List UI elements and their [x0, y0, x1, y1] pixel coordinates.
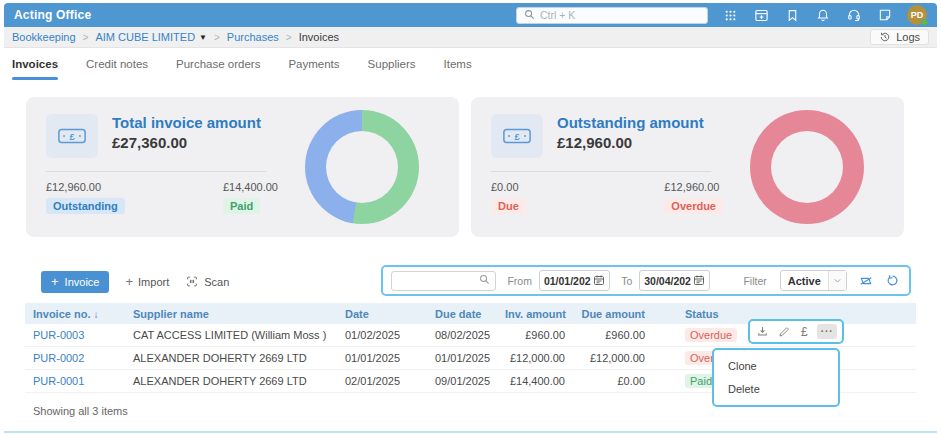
bell-icon[interactable]: [815, 7, 831, 23]
outstanding-badge: Outstanding: [46, 198, 125, 214]
avatar-initials: PD: [911, 10, 924, 20]
table-search-input[interactable]: [397, 275, 479, 287]
from-date-input[interactable]: [544, 275, 591, 287]
supplier-cell: ALEXANDER DOHERTY 2669 LTD: [125, 352, 337, 364]
context-menu-clone[interactable]: Clone: [714, 357, 838, 375]
global-search-input[interactable]: [540, 9, 700, 21]
svg-text:£: £: [69, 132, 75, 142]
table-search[interactable]: [391, 271, 496, 291]
banknote-icon: £: [46, 114, 98, 158]
edit-pencil-icon[interactable]: [776, 324, 792, 340]
stat-overdue: £12,960.00 Overdue: [664, 181, 723, 214]
add-invoice-label: Invoice: [65, 276, 100, 288]
stat-value: £12,960.00: [46, 181, 125, 193]
logs-button[interactable]: Logs: [870, 29, 929, 45]
more-actions-icon[interactable]: ···: [817, 324, 837, 339]
divider: [46, 171, 266, 172]
due-date-cell: 08/02/2025: [427, 329, 497, 341]
bookmark-icon[interactable]: [784, 7, 800, 23]
date-cell: 01/01/2025: [337, 352, 427, 364]
filter-bar: From To Filter Active: [381, 265, 911, 296]
breadcrumb-separator: >: [214, 32, 220, 43]
inv-amount-cell: £14,400.00: [497, 375, 573, 387]
card-amount: £12,960.00: [557, 134, 704, 151]
import-button[interactable]: + Import: [125, 276, 169, 288]
filter-label: Filter: [743, 275, 766, 287]
breadcrumb-separator: >: [286, 32, 292, 43]
inv-amount-cell: £12,000.00: [497, 352, 573, 364]
apps-grid-icon[interactable]: [722, 7, 738, 23]
to-date-input[interactable]: [644, 275, 691, 287]
add-invoice-button[interactable]: + Invoice: [41, 271, 109, 293]
date-cell: 01/02/2025: [337, 329, 427, 341]
header-invoice-no[interactable]: Invoice no.↓: [25, 308, 125, 320]
invoice-link[interactable]: PUR-0001: [25, 375, 125, 387]
breadcrumb: Bookkeeping > AIM CUBE LIMITED ▼ > Purch…: [4, 27, 937, 48]
tab-suppliers[interactable]: Suppliers: [368, 58, 416, 85]
header-supplier-name[interactable]: Supplier name: [125, 308, 337, 320]
outstanding-donut-chart: [750, 110, 864, 224]
card-title: Total invoice amount: [112, 114, 261, 133]
due-date-cell: 01/01/2025: [427, 352, 497, 364]
stat-paid: £14,400.00 Paid: [223, 181, 278, 214]
overdue-badge: Overdue: [664, 198, 723, 214]
download-icon[interactable]: [755, 324, 771, 340]
supplier-cell: CAT ACCESS LIMITED (William Moss ): [125, 329, 337, 341]
clear-filter-icon[interactable]: [858, 271, 874, 291]
header-date[interactable]: Date: [337, 308, 427, 320]
tab-credit-notes[interactable]: Credit notes: [86, 58, 148, 85]
chevron-down-icon[interactable]: ▼: [199, 33, 207, 42]
header-due-amount[interactable]: Due amount: [573, 308, 653, 320]
stat-value: £0.00: [491, 181, 526, 193]
notes-icon[interactable]: [877, 7, 893, 23]
tab-invoices[interactable]: Invoices: [12, 58, 58, 85]
date-cell: 02/01/2025: [337, 375, 427, 387]
filter-select[interactable]: Active: [780, 270, 847, 291]
tab-purchase-orders[interactable]: Purchase orders: [176, 58, 260, 85]
headset-icon[interactable]: [846, 7, 862, 23]
plus-icon: +: [51, 277, 59, 287]
from-date-field[interactable]: [539, 270, 610, 291]
card-title: Outstanding amount: [557, 114, 704, 133]
payment-pound-icon[interactable]: £: [796, 324, 812, 340]
stat-due: £0.00 Due: [491, 181, 526, 214]
breadcrumb-purchases[interactable]: Purchases: [227, 31, 279, 43]
search-icon: [479, 274, 490, 287]
status-badge: Overdue: [685, 328, 737, 342]
header-due-date[interactable]: Due date: [427, 308, 497, 320]
scan-button[interactable]: Scan: [185, 275, 229, 290]
summary-cards: £ Total invoice amount £27,360.00 £12,96…: [4, 85, 937, 237]
context-menu-delete[interactable]: Delete: [714, 380, 838, 398]
scan-label: Scan: [204, 276, 229, 288]
plus-icon: +: [125, 277, 133, 287]
app-title: Acting Office: [14, 8, 91, 22]
banknote-icon: £: [491, 114, 543, 158]
top-bar: Acting Office PD: [4, 3, 937, 27]
search-icon: [524, 9, 535, 22]
stat-value: £14,400.00: [223, 181, 278, 193]
tab-items[interactable]: Items: [444, 58, 472, 85]
to-date-field[interactable]: [639, 270, 710, 291]
invoice-link[interactable]: PUR-0003: [25, 329, 125, 341]
outstanding-amount-card: £ Outstanding amount £12,960.00 £0.00 Du…: [471, 97, 904, 237]
refresh-icon[interactable]: [885, 271, 901, 291]
row-context-menu: Clone Delete: [712, 348, 840, 407]
header-inv-amount[interactable]: Inv. amount: [497, 308, 573, 320]
scan-icon: [185, 275, 199, 290]
calendar-icon[interactable]: [693, 274, 705, 288]
list-toolbar: + Invoice + Import Scan From To: [4, 267, 937, 297]
global-search[interactable]: [516, 7, 708, 24]
tab-payments[interactable]: Payments: [288, 58, 339, 85]
invoice-link[interactable]: PUR-0002: [25, 352, 125, 364]
total-invoice-donut-chart: [305, 110, 419, 224]
due-badge: Due: [491, 198, 526, 214]
calculator-icon[interactable]: [753, 7, 769, 23]
due-date-cell: 09/01/2025: [427, 375, 497, 387]
user-avatar[interactable]: PD: [907, 5, 927, 25]
window-bottom-edge: [4, 431, 937, 433]
due-amount-cell: £0.00: [573, 375, 653, 387]
breadcrumb-company[interactable]: AIM CUBE LIMITED: [95, 31, 195, 43]
breadcrumb-bookkeeping[interactable]: Bookkeeping: [12, 31, 76, 43]
calendar-icon[interactable]: [593, 274, 605, 288]
header-status[interactable]: Status: [653, 308, 916, 320]
